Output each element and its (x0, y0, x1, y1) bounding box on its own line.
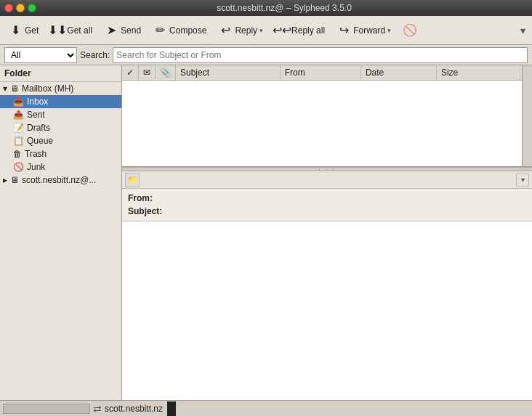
compose-icon: ✏ (153, 23, 167, 38)
get-button[interactable]: ⬇ Get (3, 20, 44, 41)
stop-icon: 🚫 (403, 23, 417, 38)
compose-button[interactable]: ✏ Compose (148, 20, 211, 41)
get-all-icon: ⬇⬇ (50, 23, 65, 38)
preview-dropdown-button[interactable]: ▾ (516, 174, 529, 187)
from-label: From: (128, 193, 153, 203)
email-list[interactable]: ✓ ✉ 📎 Subject From Date Size (122, 65, 532, 167)
titlebar: scott.nesbitt.nz@ – Sylpheed 3.5.0 (0, 0, 532, 16)
trash-icon: 🗑 (13, 149, 22, 159)
col-attach: 📎 (156, 65, 176, 81)
reply-icon: ↩ (218, 23, 233, 38)
reply-label: Reply (235, 25, 257, 36)
statusbar-progress (3, 404, 90, 414)
subject-row: Subject: (128, 205, 526, 218)
sidebar-item-mailbox[interactable]: ▾ 🖥 Mailbox (MH) (0, 82, 121, 95)
drafts-icon: 📝 (13, 123, 24, 133)
account-icon: 🖥 (10, 175, 19, 185)
statusbar-account: scott.nesbitt.nz (105, 404, 163, 414)
junk-icon: 🚫 (13, 162, 24, 172)
email-pane: ✓ ✉ 📎 Subject From Date Size (122, 65, 532, 400)
paperclip-icon: 📎 (160, 68, 171, 78)
account-expand-icon: ▸ (3, 175, 7, 185)
main-content: Folder ▾ 🖥 Mailbox (MH) 📥 Inbox 📤 Sent 📝… (0, 65, 532, 400)
reply-dropdown-arrow[interactable]: ▾ (259, 27, 263, 34)
sidebar-item-drafts[interactable]: 📝 Drafts (0, 121, 121, 134)
sidebar-item-inbox[interactable]: 📥 Inbox (0, 95, 121, 108)
col-check: ✓ (122, 65, 139, 81)
sent-icon: 📤 (13, 110, 24, 120)
reply-button[interactable]: ↩ Reply ▾ (213, 20, 268, 41)
email-table: ✓ ✉ 📎 Subject From Date Size (122, 65, 532, 81)
filterbar: All Unread Marked Deleted Search: (0, 45, 532, 65)
drafts-label: Drafts (27, 123, 50, 133)
search-label: Search: (80, 50, 110, 60)
toolbar: ⬇ Get ⬇⬇ Get all ➤ Send ✏ Compose ↩ Repl… (0, 16, 532, 45)
inbox-icon: 📥 (13, 97, 24, 107)
reply-all-button[interactable]: ↩↩ Reply all (270, 20, 330, 41)
window-controls[interactable] (4, 4, 36, 12)
table-header-row: ✓ ✉ 📎 Subject From Date Size (122, 65, 532, 81)
expand-icon: ▾ (3, 83, 7, 94)
sidebar-item-queue[interactable]: 📋 Queue (0, 134, 121, 147)
preview-toolbar: 📁 ▾ (122, 171, 532, 189)
get-label: Get (25, 25, 39, 36)
sidebar-item-account[interactable]: ▸ 🖥 scott.nesbitt.nz@... (0, 174, 121, 187)
queue-label: Queue (27, 136, 53, 146)
col-subject[interactable]: Subject (176, 65, 281, 81)
preview-body (122, 221, 532, 400)
folder-header: Folder (0, 65, 121, 82)
mailbox-label: Mailbox (MH) (22, 83, 73, 94)
col-date[interactable]: Date (360, 65, 436, 81)
forward-button[interactable]: ↪ Forward ▾ (331, 20, 396, 41)
sidebar-item-trash[interactable]: 🗑 Trash (0, 147, 121, 160)
queue-icon: 📋 (13, 136, 24, 146)
statusbar-network-icon: ⇄ (93, 403, 102, 415)
get-all-label: Get all (67, 25, 92, 36)
inbox-label: Inbox (27, 97, 48, 107)
toolbar-overflow-button[interactable]: ▾ (517, 22, 529, 39)
sidebar: Folder ▾ 🖥 Mailbox (MH) 📥 Inbox 📤 Sent 📝… (0, 65, 122, 400)
forward-dropdown-arrow[interactable]: ▾ (387, 27, 391, 34)
envelope-icon: ✉ (143, 68, 150, 78)
search-input[interactable] (113, 47, 528, 63)
reply-all-icon: ↩↩ (275, 23, 289, 38)
check-icon: ✓ (126, 68, 134, 78)
get-all-button[interactable]: ⬇⬇ Get all (45, 20, 97, 41)
col-from[interactable]: From (280, 65, 360, 81)
col-read: ✉ (139, 65, 156, 81)
reply-all-label: Reply all (291, 25, 325, 36)
filter-select[interactable]: All Unread Marked Deleted (4, 47, 77, 63)
mailbox-icon: 🖥 (10, 83, 19, 94)
email-list-scrollbar[interactable] (522, 65, 532, 166)
sidebar-item-junk[interactable]: 🚫 Junk (0, 160, 121, 174)
preview-nav-icon[interactable]: 📁 (125, 173, 140, 187)
forward-icon: ↪ (336, 23, 351, 38)
statusbar: ⇄ scott.nesbitt.nz (0, 400, 532, 416)
stop-button[interactable]: 🚫 (398, 20, 422, 41)
send-button[interactable]: ➤ Send (99, 20, 146, 41)
preview-headers: From: Subject: (122, 189, 532, 221)
send-icon: ➤ (104, 23, 118, 38)
trash-label: Trash (25, 149, 47, 159)
forward-label: Forward (353, 25, 385, 36)
subject-label: Subject: (128, 206, 162, 216)
folder-icon: 📁 (127, 175, 138, 185)
send-label: Send (121, 25, 141, 36)
sent-label: Sent (27, 110, 45, 120)
close-button[interactable] (4, 4, 13, 12)
statusbar-dark-area (167, 401, 176, 416)
from-row: From: (128, 192, 526, 205)
compose-label: Compose (169, 25, 206, 36)
junk-label: Junk (27, 162, 45, 172)
minimize-button[interactable] (16, 4, 25, 12)
window-title: scott.nesbitt.nz@ – Sylpheed 3.5.0 (41, 3, 528, 13)
maximize-button[interactable] (28, 4, 36, 12)
sidebar-item-sent[interactable]: 📤 Sent (0, 108, 121, 121)
account-label: scott.nesbitt.nz@... (22, 175, 96, 185)
col-size[interactable]: Size (436, 65, 531, 81)
get-icon: ⬇ (8, 23, 23, 38)
